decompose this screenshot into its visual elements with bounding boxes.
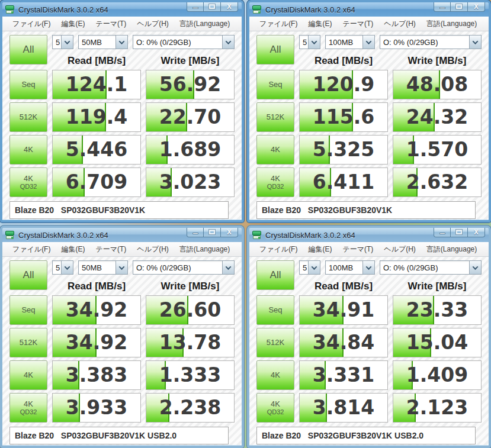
test-settings: 5 50MB O: 0% (0/29GB) <box>52 260 235 278</box>
target-drive-value: O: 0% (0/29GB) <box>380 38 469 47</box>
close-button[interactable]: X <box>221 227 238 237</box>
test-count-select[interactable]: 5 <box>299 260 320 275</box>
menu-language[interactable]: 言語(Language) <box>421 19 482 29</box>
combo-arrow-button[interactable] <box>308 261 320 274</box>
disk-icon-top <box>252 5 261 10</box>
target-drive-select[interactable]: O: 0% (0/29GB) <box>133 35 235 49</box>
menu-edit[interactable]: 編集(E) <box>303 244 337 254</box>
menu-language[interactable]: 言語(Language) <box>174 244 235 254</box>
all-test-button[interactable]: All <box>9 35 47 65</box>
row-button-4k-qd32[interactable]: 4K QD32 <box>256 167 294 197</box>
menu-file[interactable]: ファイル(F) <box>7 244 56 254</box>
row-button-512k[interactable]: 512K <box>256 328 294 357</box>
menu-language[interactable]: 言語(Language) <box>421 244 482 254</box>
menu-theme[interactable]: テーマ(T) <box>337 19 378 29</box>
combo-arrow-button[interactable] <box>469 36 481 49</box>
test-count-select[interactable]: 5 <box>299 35 320 49</box>
comment-input[interactable]: Blaze B20 SP032GBUF3B20V1K USB2.0 <box>256 427 476 444</box>
titlebar[interactable]: CrystalDiskMark 3.0.2 x64 X <box>249 228 489 242</box>
maximize-button[interactable] <box>451 2 468 12</box>
combo-arrow-button[interactable] <box>362 36 374 49</box>
menu-file[interactable]: ファイル(F) <box>254 244 303 254</box>
row-sublabel: QD32 <box>20 183 37 190</box>
row-button-seq[interactable]: Seq <box>9 70 47 99</box>
seq-write-value: 56.92 <box>146 70 234 99</box>
menu-file[interactable]: ファイル(F) <box>254 19 303 29</box>
4k-qd32-read-cell: 3.814 <box>299 393 388 423</box>
test-size-select[interactable]: 50MB <box>78 260 128 275</box>
maximize-button[interactable] <box>204 227 221 237</box>
row-button-seq[interactable]: Seq <box>9 295 47 325</box>
titlebar[interactable]: CrystalDiskMark 3.0.2 x64 X <box>249 2 489 17</box>
comment-input[interactable]: Blaze B20 SP032GBUF3B20V1K <box>256 201 476 219</box>
menu-help[interactable]: ヘルプ(H) <box>131 244 174 254</box>
row-button-4k[interactable]: 4K <box>9 360 47 390</box>
512k-write-value: 13.78 <box>146 328 234 357</box>
row-button-4k[interactable]: 4K <box>9 135 47 165</box>
titlebar[interactable]: CrystalDiskMark 3.0.2 x64 X <box>2 228 242 242</box>
all-test-button[interactable]: All <box>256 260 294 290</box>
comment-input[interactable]: Blaze B20 SP032GBUF3B20V1K USB2.0 <box>9 427 229 444</box>
row-button-4k-qd32[interactable]: 4K QD32 <box>9 393 47 423</box>
combo-arrow-button[interactable] <box>469 261 481 274</box>
menu-help[interactable]: ヘルプ(H) <box>131 19 174 29</box>
4k-write-value: 1.409 <box>393 361 481 389</box>
minimize-button[interactable] <box>187 2 204 12</box>
test-size-select[interactable]: 50MB <box>78 35 128 49</box>
app-icon <box>5 5 15 14</box>
menu-edit[interactable]: 編集(E) <box>56 244 90 254</box>
close-button[interactable]: X <box>468 2 485 12</box>
minimize-button[interactable] <box>434 227 451 237</box>
target-drive-select[interactable]: O: 0% (0/29GB) <box>380 260 482 275</box>
row-button-seq[interactable]: Seq <box>256 295 294 325</box>
row-label: Seq <box>268 80 282 89</box>
row-button-512k[interactable]: 512K <box>9 102 47 132</box>
close-button[interactable]: X <box>468 227 485 237</box>
combo-arrow-button[interactable] <box>308 36 320 49</box>
combo-arrow-button[interactable] <box>222 36 234 49</box>
titlebar[interactable]: CrystalDiskMark 3.0.2 x64 X <box>2 2 242 17</box>
combo-arrow-button[interactable] <box>222 261 234 274</box>
test-count-select[interactable]: 5 <box>52 35 73 49</box>
row-label: 4K <box>24 175 33 183</box>
row-button-512k[interactable]: 512K <box>256 102 294 132</box>
all-test-button[interactable]: All <box>9 260 47 290</box>
combo-arrow-button[interactable] <box>61 36 73 49</box>
test-count-select[interactable]: 5 <box>52 260 73 275</box>
menu-help[interactable]: ヘルプ(H) <box>378 19 421 29</box>
combo-arrow-button[interactable] <box>115 261 127 274</box>
menu-edit[interactable]: 編集(E) <box>303 19 337 29</box>
comment-input[interactable]: Blaze B20 SP032GBUF3B20V1K <box>9 201 229 219</box>
menu-theme[interactable]: テーマ(T) <box>90 19 131 29</box>
target-drive-select[interactable]: O: 0% (0/29GB) <box>133 260 235 275</box>
row-button-4k-qd32[interactable]: 4K QD32 <box>256 393 294 423</box>
512k-write-cell: 15.04 <box>393 328 482 357</box>
row-button-4k[interactable]: 4K <box>256 135 294 165</box>
menu-file[interactable]: ファイル(F) <box>7 19 56 29</box>
test-size-select[interactable]: 100MB <box>325 35 375 49</box>
row-label: 4K <box>24 371 33 379</box>
menu-edit[interactable]: 編集(E) <box>56 19 90 29</box>
menu-theme[interactable]: テーマ(T) <box>337 244 378 254</box>
close-button[interactable]: X <box>221 2 238 12</box>
target-drive-select[interactable]: O: 0% (0/29GB) <box>380 35 482 49</box>
combo-arrow-button[interactable] <box>362 261 374 274</box>
test-size-select[interactable]: 100MB <box>325 260 375 275</box>
combo-arrow-button[interactable] <box>115 36 127 49</box>
read-header: Read [MB/s] <box>299 281 388 292</box>
all-test-button[interactable]: All <box>256 35 294 65</box>
seq-write-value: 26.60 <box>146 296 234 324</box>
row-button-4k[interactable]: 4K <box>256 360 294 390</box>
menu-language[interactable]: 言語(Language) <box>174 19 235 29</box>
minimize-button[interactable] <box>434 2 451 12</box>
combo-arrow-button[interactable] <box>61 261 73 274</box>
menu-help[interactable]: ヘルプ(H) <box>378 244 421 254</box>
row-button-512k[interactable]: 512K <box>9 328 47 357</box>
menu-theme[interactable]: テーマ(T) <box>90 244 131 254</box>
row-button-4k-qd32[interactable]: 4K QD32 <box>9 167 47 197</box>
minimize-button[interactable] <box>187 227 204 237</box>
maximize-button[interactable] <box>204 2 221 12</box>
row-button-seq[interactable]: Seq <box>256 70 294 99</box>
maximize-button[interactable] <box>451 227 468 237</box>
crystaldiskmark-window: CrystalDiskMark 3.0.2 x64 X ファイル(F) 編集(E… <box>247 225 491 448</box>
